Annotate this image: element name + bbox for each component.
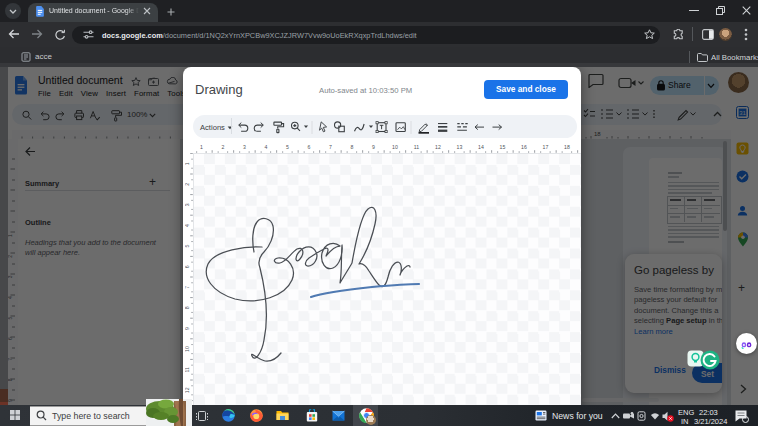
svg-text:3: 3 — [185, 203, 190, 206]
svg-text:1: 1 — [200, 144, 203, 150]
svg-text:13: 13 — [457, 144, 463, 150]
svg-text:2: 2 — [221, 144, 224, 150]
svg-text:10: 10 — [392, 144, 398, 150]
svg-text:12: 12 — [435, 144, 441, 150]
svg-text:17: 17 — [543, 144, 549, 150]
svg-text:1: 1 — [185, 162, 190, 165]
svg-text:6: 6 — [185, 265, 190, 268]
svg-text:3: 3 — [243, 144, 246, 150]
svg-text:5: 5 — [286, 144, 289, 150]
svg-text:15: 15 — [500, 144, 506, 150]
svg-text:16: 16 — [521, 144, 527, 150]
svg-text:11: 11 — [414, 144, 419, 150]
svg-text:12: 12 — [185, 387, 190, 393]
svg-text:14: 14 — [478, 144, 484, 150]
svg-text:4: 4 — [264, 144, 267, 150]
svg-text:11: 11 — [185, 367, 190, 372]
svg-text:18: 18 — [564, 144, 570, 150]
svg-text:10: 10 — [185, 346, 190, 352]
svg-text:5: 5 — [185, 245, 190, 248]
svg-text:9: 9 — [372, 144, 375, 150]
svg-text:4: 4 — [185, 224, 190, 227]
svg-text:6: 6 — [307, 144, 310, 150]
svg-text:8: 8 — [185, 306, 190, 309]
svg-text:8: 8 — [350, 144, 353, 150]
svg-text:7: 7 — [185, 286, 190, 289]
svg-text:7: 7 — [329, 144, 332, 150]
svg-text:9: 9 — [185, 327, 190, 330]
svg-text:2: 2 — [185, 183, 190, 186]
